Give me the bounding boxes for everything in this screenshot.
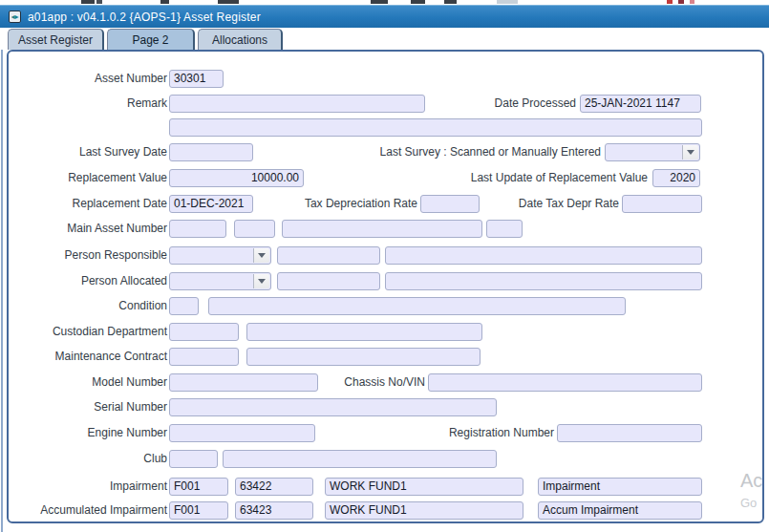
serial-number-label: Serial Number bbox=[5, 398, 167, 416]
person-allocated-label: Person Allocated bbox=[5, 272, 167, 290]
chevron-down-icon[interactable] bbox=[253, 248, 269, 263]
tax-depreciation-rate-field[interactable] bbox=[420, 195, 480, 213]
accumulated-impairment-fund-field[interactable]: F001 bbox=[169, 501, 228, 520]
asset-number-field[interactable]: 30301 bbox=[169, 70, 224, 88]
impairment-account-field[interactable]: 63422 bbox=[235, 478, 313, 496]
replacement-value-field[interactable]: 10000.00 bbox=[169, 169, 304, 187]
main-asset-number-field-1[interactable] bbox=[169, 220, 226, 238]
toolbar-icon-fragment bbox=[497, 0, 518, 4]
toolbar-icon-fragment bbox=[678, 0, 684, 4]
replacement-date-label: Replacement Date bbox=[5, 195, 167, 213]
toolbar-icon-fragment bbox=[444, 0, 457, 4]
accumulated-impairment-fund-name-field[interactable]: WORK FUND1 bbox=[325, 501, 523, 520]
club-code-field[interactable] bbox=[169, 450, 218, 468]
tab-asset-register[interactable]: Asset Register bbox=[8, 29, 104, 50]
custodian-department-label: Custodian Department bbox=[5, 323, 167, 341]
toolbar-icon-fragment bbox=[218, 0, 239, 4]
remark-field-2[interactable] bbox=[169, 118, 702, 137]
custodian-department-desc-field[interactable] bbox=[246, 323, 482, 341]
model-number-label: Model Number bbox=[5, 373, 167, 392]
registration-number-field[interactable] bbox=[557, 424, 702, 442]
watermark-text: Ac bbox=[740, 470, 762, 492]
last-survey-date-field[interactable] bbox=[169, 143, 253, 161]
accumulated-impairment-account-field[interactable]: 63423 bbox=[235, 501, 313, 520]
toolbar-icon-fragment bbox=[96, 0, 102, 4]
person-responsible-name-field[interactable] bbox=[385, 246, 702, 265]
tab-page-2[interactable]: Page 2 bbox=[107, 29, 195, 50]
club-desc-field[interactable] bbox=[223, 450, 497, 468]
main-asset-number-label: Main Asset Number bbox=[5, 220, 167, 238]
tax-depreciation-rate-label: Tax Depreciation Rate bbox=[288, 195, 417, 213]
serial-number-field[interactable] bbox=[169, 398, 497, 416]
main-asset-number-field-2[interactable] bbox=[234, 220, 275, 238]
toolbar-icon-fragment bbox=[160, 0, 169, 4]
main-asset-number-field-3[interactable] bbox=[282, 220, 482, 238]
date-tax-depr-rate-field[interactable] bbox=[622, 195, 702, 213]
condition-code-field[interactable] bbox=[169, 297, 199, 315]
engine-number-label: Engine Number bbox=[5, 424, 167, 442]
registration-number-label: Registration Number bbox=[430, 424, 554, 442]
impairment-fund-field[interactable]: F001 bbox=[169, 478, 228, 496]
person-responsible-label: Person Responsible bbox=[5, 246, 167, 265]
last-survey-mode-select[interactable] bbox=[605, 143, 700, 161]
replacement-value-label: Replacement Value bbox=[5, 169, 167, 187]
window-left-border bbox=[1, 28, 3, 532]
impairment-desc-field[interactable]: Impairment bbox=[538, 478, 702, 496]
replacement-date-field[interactable]: 01-DEC-2021 bbox=[169, 195, 253, 213]
chassis-no-vin-label: Chassis No/VIN bbox=[325, 373, 425, 392]
person-allocated-name-field[interactable] bbox=[385, 272, 702, 290]
accumulated-impairment-label: Accumulated Impairment bbox=[5, 501, 167, 520]
person-allocated-select[interactable] bbox=[169, 272, 271, 290]
date-processed-field[interactable]: 25-JAN-2021 1147 bbox=[580, 95, 701, 113]
toolbar-icon-fragment bbox=[81, 0, 95, 4]
maintenance-contract-desc-field[interactable] bbox=[246, 348, 481, 366]
window-titlebar[interactable]: ◂▸ a01app : v04.1.0.2 {AOPS-1} Asset Reg… bbox=[0, 5, 769, 28]
asset-number-label: Asset Number bbox=[5, 70, 167, 88]
chevron-down-icon[interactable] bbox=[682, 145, 698, 160]
condition-desc-field[interactable] bbox=[208, 297, 626, 315]
last-update-replacement-value-field[interactable]: 2020 bbox=[652, 169, 700, 187]
last-update-replacement-value-label: Last Update of Replacement Value bbox=[441, 169, 648, 187]
chassis-no-vin-field[interactable] bbox=[428, 373, 702, 392]
toolbar-icon-fragment bbox=[371, 0, 388, 4]
impairment-label: Impairment bbox=[5, 478, 167, 496]
tab-label: Page 2 bbox=[132, 33, 168, 47]
maintenance-contract-code-field[interactable] bbox=[169, 348, 239, 366]
main-asset-number-field-4[interactable] bbox=[486, 220, 523, 238]
remark-label: Remark bbox=[5, 95, 167, 113]
toolbar-icon-fragment bbox=[667, 0, 673, 4]
condition-label: Condition bbox=[5, 297, 167, 315]
maintenance-contract-label: Maintenance Contract bbox=[5, 348, 167, 366]
tab-allocations[interactable]: Allocations bbox=[198, 29, 283, 50]
date-tax-depr-rate-label: Date Tax Depr Rate bbox=[499, 195, 619, 213]
toolbar-icon-fragment bbox=[411, 0, 425, 4]
window-title: a01app : v04.1.0.2 {AOPS-1} Asset Regist… bbox=[28, 11, 261, 24]
accumulated-impairment-desc-field[interactable]: Accum Impairment bbox=[538, 501, 702, 520]
date-processed-label: Date Processed bbox=[435, 95, 576, 113]
last-survey-date-label: Last Survey Date bbox=[5, 143, 167, 161]
watermark-text: Go bbox=[740, 496, 757, 510]
person-responsible-code-field[interactable] bbox=[277, 246, 380, 265]
club-label: Club bbox=[5, 450, 167, 468]
window-icon: ◂▸ bbox=[9, 11, 21, 23]
custodian-department-code-field[interactable] bbox=[169, 323, 239, 341]
remark-field[interactable] bbox=[169, 95, 425, 113]
toolbar-icon-fragment bbox=[690, 0, 694, 4]
tab-strip: Asset Register Page 2 Allocations bbox=[0, 28, 769, 50]
person-responsible-select[interactable] bbox=[169, 246, 271, 265]
tab-label: Allocations bbox=[212, 33, 267, 47]
impairment-fund-name-field[interactable]: WORK FUND1 bbox=[325, 478, 523, 496]
last-survey-mode-label: Last Survey : Scanned or Manually Entere… bbox=[301, 143, 601, 161]
chevron-down-icon[interactable] bbox=[253, 274, 269, 288]
app-window: { "window": { "title": "a01app : v04.1.0… bbox=[0, 0, 769, 532]
tab-label: Asset Register bbox=[18, 33, 93, 47]
person-allocated-code-field[interactable] bbox=[277, 272, 380, 290]
model-number-field[interactable] bbox=[169, 373, 318, 392]
engine-number-field[interactable] bbox=[169, 424, 315, 442]
